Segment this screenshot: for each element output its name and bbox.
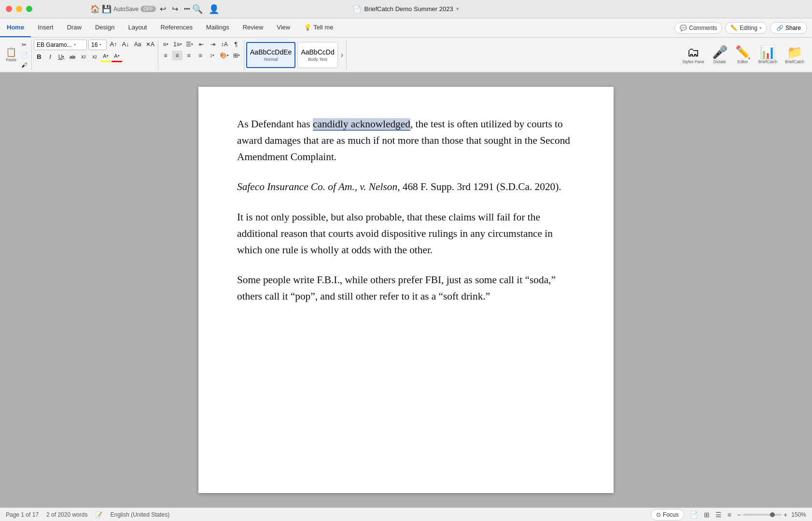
zoom-minus-button[interactable]: − [737,511,741,519]
editor-button[interactable]: ✏️ Editor [732,45,754,65]
borders-button[interactable]: ⊞▾ [231,51,242,60]
zoom-plus-button[interactable]: + [784,511,787,519]
format-painter-button[interactable]: 🖌 [19,60,29,70]
save-icon[interactable]: 💾 [102,4,112,14]
align-left-button[interactable]: ≡ [160,51,171,60]
font-family-selector[interactable]: EB Garamo... ▾ [34,40,87,50]
dictate-button[interactable]: 🎤 Dictate [709,45,730,65]
show-formatting-button[interactable]: ¶ [231,40,241,49]
text-highlight-button[interactable]: A▾ [100,52,111,62]
style-body-text[interactable]: AaBbCcDd Body Text [297,42,337,68]
editor-icon: ✏️ [735,46,751,58]
style-normal[interactable]: AaBbCcDdEe Normal [246,42,295,68]
clipboard-secondary: ✂ 📄 🖌 [19,40,29,70]
superscript-button[interactable]: x2 [89,52,100,62]
focus-button[interactable]: ⊙ Focus [651,509,684,521]
tab-tell-me[interactable]: 💡Tell me [297,18,340,37]
focus-icon: ⊙ [656,511,661,518]
comments-button[interactable]: 💬 Comments [674,22,722,34]
align-center-button[interactable]: ≡ [172,51,182,60]
styles-more-button[interactable]: › [340,50,344,60]
style-body-text-text: AaBbCcDd [301,48,334,56]
paragraph-3[interactable]: It is not only possible, but also probab… [237,209,575,258]
line-spacing-button[interactable]: ↕▾ [207,51,217,60]
maximize-button[interactable] [26,6,32,12]
decrease-indent-button[interactable]: ⇤ [196,40,207,49]
multilevel-list-button[interactable]: ☰▾ [184,40,195,49]
briefcatch-button-1[interactable]: 📊 BriefCatch [756,45,781,65]
zoom-control: − + 150% [737,511,806,519]
font-dropdown-icon: ▾ [74,42,76,47]
markup-icon[interactable]: 📝 [95,511,102,518]
document-page[interactable]: As Defendant has candidly acknowledged, … [198,87,614,493]
view-icon-4[interactable]: ≡ [728,511,731,519]
styles-pane-button[interactable]: 🗂 Styles Pane [679,45,707,65]
zoom-level[interactable]: 150% [791,511,806,518]
paragraph-2-citation[interactable]: Safeco Insurance Co. of Am., v. Nelson, … [237,178,575,195]
styles-group: AaBbCcDdEe Normal AaBbCcDd Body Text › [244,40,347,70]
tab-design[interactable]: Design [88,18,121,37]
justify-button[interactable]: ≡ [195,51,206,60]
shrink-font-button[interactable]: A↓ [120,40,131,49]
numbered-list-button[interactable]: 1≡▾ [172,40,183,49]
view-icon-3[interactable]: ☰ [715,511,722,519]
autosave-toggle[interactable]: OFF [140,6,156,12]
briefcatch-button-2[interactable]: 📁 BriefCatch [782,45,807,65]
bullet-list-button[interactable]: ≡▾ [160,40,171,49]
close-button[interactable] [6,6,12,12]
font-case-button[interactable]: Aa [132,40,143,49]
paste-button[interactable]: 📋 Paste [4,41,18,69]
view-icon-2[interactable]: ⊞ [704,511,710,519]
tab-references[interactable]: References [154,18,199,37]
zoom-slider[interactable] [743,514,782,516]
autosave-label: AutoSave [113,6,139,13]
document-title: BriefCatch Demo Summer 2023 [364,5,453,13]
editing-button[interactable]: ✏️ Editing ▾ [725,22,767,34]
home-icon[interactable]: 🏠 [90,4,100,14]
clipboard-group: 📋 Paste ✂ 📄 🖌 [2,40,32,70]
view-icon-1[interactable]: 📄 [690,511,698,519]
subscript-button[interactable]: x2 [78,52,89,62]
shading-button[interactable]: 🎨▾ [218,51,230,60]
language[interactable]: English (United States) [110,511,169,518]
paste-icon: 📋 [6,48,16,56]
cut-button[interactable]: ✂ [19,40,29,50]
search-icon[interactable]: 🔍 [192,4,203,14]
paragraph-4[interactable]: Some people write F.B.I., while others p… [237,272,575,304]
font-color-button[interactable]: A▾ [112,52,122,62]
header-right-actions: 💬 Comments ✏️ Editing ▾ 🔗 Share [674,22,812,34]
grow-font-button[interactable]: A↑ [108,40,119,49]
para1-highlight: candidly acknowledged [313,118,410,131]
tab-mailings[interactable]: Mailings [199,18,236,37]
more-icon[interactable]: ••• [182,5,192,14]
align-right-button[interactable]: ≡ [183,51,194,60]
strikethrough-button[interactable]: ab [67,52,78,62]
share-button[interactable]: 🔗 Share [770,22,807,34]
minimize-button[interactable] [16,6,22,12]
bold-button[interactable]: B [34,52,44,62]
font-size-selector[interactable]: 16 ▾ [88,40,107,50]
sort-button[interactable]: ↕A [219,40,230,49]
underline-button[interactable]: U▾ [56,52,67,62]
toolbar-row: 📋 Paste ✂ 📄 🖌 EB Garamo... ▾ 16 ▾ A↑ A↓ … [0,38,812,72]
tab-layout[interactable]: Layout [121,18,154,37]
briefcatch-label-2: BriefCatch [785,59,804,64]
increase-indent-button[interactable]: ⇥ [208,40,218,49]
tab-home[interactable]: Home [0,18,31,37]
copy-button[interactable]: 📄 [19,50,29,60]
tab-insert[interactable]: Insert [31,18,60,37]
paragraph-1[interactable]: As Defendant has candidly acknowledged, … [237,116,575,165]
redo-icon[interactable]: ↪ [170,3,180,14]
right-toolbar-group: 🗂 Styles Pane 🎤 Dictate ✏️ Editor 📊 Brie… [679,45,810,65]
doc-icon: 📄 [353,5,361,13]
tab-review[interactable]: Review [236,18,270,37]
tab-draw[interactable]: Draw [60,18,88,37]
title-dropdown-icon[interactable]: ▾ [456,6,459,12]
ribbon-top-row: Home Insert Draw Design Layout Reference… [0,18,812,38]
undo-icon[interactable]: ↩ [158,3,168,14]
tab-view[interactable]: View [270,18,297,37]
italic-button[interactable]: I [45,52,56,62]
person-icon[interactable]: 👤 [209,4,219,14]
clear-formatting-button[interactable]: ✕A [144,40,156,49]
para4-text: Some people write F.B.I., while others p… [237,274,556,302]
